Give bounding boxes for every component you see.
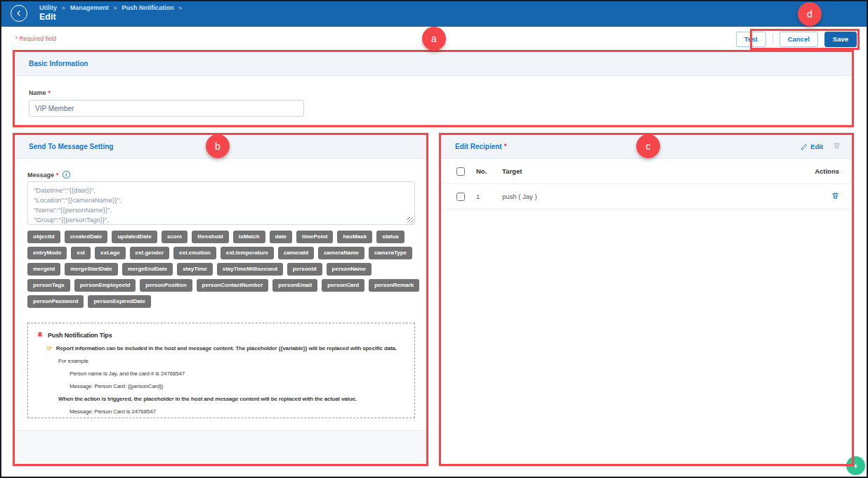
column-actions: Actions: [810, 167, 852, 175]
select-all-checkbox[interactable]: [456, 167, 465, 176]
variable-tag[interactable]: updatedDate: [112, 231, 157, 243]
tag-row: entryModeextext.ageext.genderext.emotion…: [27, 247, 418, 259]
annotation-marker-a: a: [422, 27, 446, 51]
variable-tag[interactable]: createdDate: [65, 231, 108, 243]
variable-tag[interactable]: personPosition: [140, 279, 192, 292]
toolbar-actions: Test Cancel Save: [736, 32, 857, 47]
breadcrumb-separator: >: [178, 5, 182, 11]
variable-tag[interactable]: date: [270, 231, 292, 243]
chevron-left-icon: [15, 9, 23, 18]
variable-tag[interactable]: mergeEndDate: [122, 263, 173, 276]
row-target: push ( Jay ): [502, 193, 810, 200]
delete-row-button[interactable]: [810, 192, 852, 201]
column-no: No.: [476, 167, 502, 175]
tips-intro-row: ☞ Report information can be included in …: [37, 345, 406, 351]
required-asterisk: *: [56, 172, 59, 179]
required-asterisk: *: [48, 89, 51, 96]
test-button[interactable]: Test: [736, 32, 766, 47]
section-title: Edit Recipient*: [455, 143, 507, 150]
message-textarea[interactable]: "Datetime":"{{date}}", "Location":"{{cam…: [27, 181, 415, 225]
variable-tag[interactable]: personId: [287, 263, 322, 276]
variable-tag[interactable]: ext.age: [95, 247, 126, 259]
variable-tag[interactable]: personEmployeeId: [74, 279, 136, 292]
breadcrumb-item[interactable]: Management: [70, 4, 109, 11]
variable-tag[interactable]: ext.temperature: [221, 247, 274, 259]
variable-tag[interactable]: cameraId: [278, 247, 314, 259]
edit-recipient-button[interactable]: Edit: [801, 143, 823, 150]
variable-tag[interactable]: personName: [327, 263, 371, 276]
tips-intro: Report information can be included in th…: [56, 345, 397, 351]
breadcrumb-item[interactable]: Push Notification: [121, 4, 173, 11]
variable-tag[interactable]: isMatch: [233, 231, 265, 243]
textarea-resize-handle[interactable]: [407, 217, 414, 224]
column-target: Target: [502, 167, 810, 175]
variable-tag[interactable]: status: [376, 231, 405, 243]
tips-example-line: Message: Person Card: {{personCard}}: [37, 383, 406, 389]
variable-tag[interactable]: stayTime: [177, 263, 213, 276]
variable-tag[interactable]: mergeStartDate: [65, 263, 118, 276]
tips-example-label: For example: [37, 358, 406, 364]
variable-tag[interactable]: mergeId: [27, 263, 60, 276]
variable-tag[interactable]: cameraType: [369, 247, 412, 259]
edit-recipient-header: Edit Recipient* Edit: [441, 135, 852, 159]
basic-information-section: Basic Information Name*: [14, 51, 853, 125]
delete-selected-button[interactable]: [833, 142, 841, 151]
breadcrumb-item[interactable]: Utility: [39, 4, 57, 11]
pointing-finger-icon: ☞: [46, 345, 53, 351]
save-button[interactable]: Save: [824, 32, 857, 47]
tag-row: mergeIdmergeStartDatemergeEndDatestayTim…: [27, 263, 418, 276]
trash-icon: [831, 192, 839, 200]
variable-tag[interactable]: ext: [71, 247, 91, 259]
bell-icon: [37, 331, 44, 339]
back-button[interactable]: [11, 5, 27, 22]
variable-tag[interactable]: personPassword: [27, 295, 84, 308]
variable-tag[interactable]: cameraName: [318, 247, 364, 259]
tag-row: personTagspersonEmployeeIdpersonPosition…: [27, 279, 418, 292]
page-title: Edit: [39, 12, 56, 22]
message-section-footer: [15, 430, 426, 465]
trash-icon: [833, 142, 841, 150]
cancel-button[interactable]: Cancel: [780, 32, 818, 47]
variable-tag[interactable]: objectId: [27, 231, 60, 243]
message-label-row: Message* i: [27, 171, 70, 179]
breadcrumb: Utility > Management > Push Notification…: [39, 4, 182, 11]
variable-tag[interactable]: hasMask: [337, 231, 372, 243]
variable-tag[interactable]: stayTimeMillisecond: [217, 263, 283, 276]
tag-row: personPasswordpersonExpiredDate: [27, 295, 418, 308]
variable-tag[interactable]: personRemark: [369, 279, 419, 292]
breadcrumb-separator: >: [114, 5, 117, 11]
variable-tag-list: objectIdcreatedDateupdatedDatescorethres…: [27, 231, 418, 308]
variable-tag[interactable]: ext.emotion: [173, 247, 216, 259]
tips-title-row: Push Notification Tips: [37, 331, 406, 339]
info-icon[interactable]: i: [63, 171, 70, 179]
tips-title: Push Notification Tips: [48, 332, 112, 339]
variable-tag[interactable]: threshold: [192, 231, 228, 243]
variable-tag[interactable]: personContactNumber: [197, 279, 269, 292]
variable-tag[interactable]: personCard: [322, 279, 364, 292]
variable-tag[interactable]: personTags: [27, 279, 70, 292]
variable-tag[interactable]: timePoint: [296, 231, 333, 243]
variable-tag[interactable]: personExpiredDate: [88, 295, 150, 308]
edit-recipient-section: Edit Recipient* Edit No. Target Actions: [440, 134, 853, 465]
section-title: Send To Message Setting: [29, 143, 113, 150]
message-label: Message*: [27, 172, 59, 179]
tips-trigger-example: Message: Person Card is 24768547: [37, 408, 406, 415]
tag-row: objectIdcreatedDateupdatedDatescorethres…: [27, 231, 418, 243]
variable-tag[interactable]: ext.gender: [130, 247, 169, 259]
tips-example-line: Person name is Jay, and the card # is 24…: [37, 370, 406, 377]
variable-tag[interactable]: entryMode: [27, 247, 67, 259]
basic-information-header: Basic Information: [15, 52, 852, 76]
push-notification-tips: Push Notification Tips ☞ Report informat…: [27, 323, 415, 418]
row-checkbox[interactable]: [456, 193, 465, 201]
breadcrumb-separator: >: [62, 5, 65, 11]
row-number: 1: [476, 193, 502, 200]
floating-widget-button[interactable]: [846, 456, 865, 475]
name-field[interactable]: [29, 100, 304, 117]
variable-tag[interactable]: personEmail: [272, 279, 317, 292]
pencil-icon: [801, 143, 808, 150]
push-notification-edit-page: Utility > Management > Push Notification…: [0, 0, 868, 478]
recipient-table-header: No. Target Actions: [441, 159, 852, 184]
recipient-header-actions: Edit: [801, 142, 841, 151]
name-label: Name*: [29, 89, 51, 96]
variable-tag[interactable]: score: [162, 231, 188, 243]
